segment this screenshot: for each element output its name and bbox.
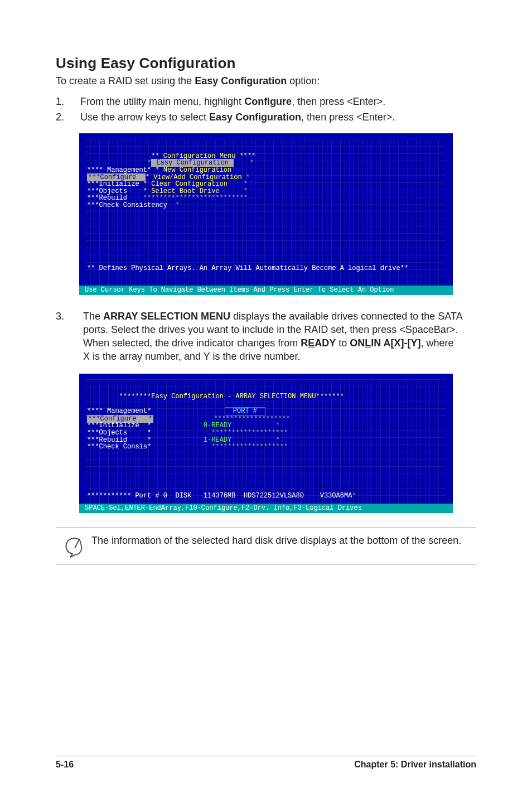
note-icon (56, 534, 91, 558)
m2-row: **** Management* (87, 407, 151, 415)
intro-suffix: option: (287, 75, 320, 86)
terminal-screenshot-2: ********Easy Configuration - ARRAY SELEC… (79, 374, 453, 513)
terminal-help-bar-2: SPACE-Sel,ENTER-EndArray,F10-Configure,F… (79, 504, 453, 513)
step-text: Use the arrow keys to select (80, 112, 209, 123)
s3-t1: The (83, 311, 103, 322)
menu-management: **** Management* (87, 166, 151, 174)
step-number: 3. (56, 310, 80, 323)
terminal-help-bar: Use Cursor Keys To Navigate Between Item… (79, 286, 453, 295)
step-text: From the utility main menu, highlight (80, 96, 244, 107)
step-number: 2. (56, 110, 80, 124)
intro-line: To create a RAID set using the Easy Conf… (56, 75, 476, 87)
note-block: The information of the selected hard dis… (56, 528, 476, 564)
s3-onlin: ONLIN A[X]-[Y] (350, 337, 420, 349)
drive-row-size: 114376MB (204, 492, 236, 500)
steps-list: 1. From the utility main menu, highlight… (56, 95, 476, 124)
step-text-end: , then press <Enter>. (292, 96, 385, 107)
chapter-title: Chapter 5: Driver installation (354, 760, 476, 770)
array-selection-title: ********Easy Configuration - ARRAY SELEC… (119, 393, 344, 400)
defines-line: ** Defines Physical Arrays. An Array Wil… (87, 264, 408, 272)
drive-row-port: * Port # 0 (127, 492, 167, 500)
step-number: 1. (56, 95, 80, 108)
terminal-screenshot-1: ** Configuration Menu **** * Easy Config… (79, 133, 453, 295)
page-number: 5-16 (56, 760, 74, 770)
step-text-end: , then press <Enter>. (301, 112, 395, 123)
page-heading: Using Easy Configuration (56, 55, 476, 72)
m2-row: ***Check Consis* (87, 443, 151, 451)
s3-b1: ARRAY SELECTION MENU (103, 311, 230, 322)
page-footer: 5-16 Chapter 5: Driver installation (0, 756, 532, 802)
intro-prefix: To create a RAID set using the (56, 75, 195, 86)
step-3: 3. The ARRAY SELECTION MENU displays the… (56, 310, 476, 364)
step-2: 2. Use the arrow keys to select Easy Con… (56, 110, 476, 124)
step-1: 1. From the utility main menu, highlight… (56, 95, 476, 108)
step-bold: Easy Configuration (209, 112, 301, 123)
drive-row-disk: DISK (175, 492, 191, 500)
drive-row-model: HDS722512VLSA80 (244, 492, 304, 500)
intro-bold: Easy Configuration (195, 75, 287, 86)
note-text: The information of the selected hard dis… (91, 534, 461, 547)
port-label: PORT # (225, 407, 265, 416)
step-bold: Configure (244, 96, 292, 107)
s3-t3: to (336, 337, 350, 349)
menu-check-consistency: ***Check Consistency (87, 201, 167, 209)
s3-ready: READY (301, 337, 336, 349)
drive-row-fw: V33OA6MA (320, 492, 352, 500)
